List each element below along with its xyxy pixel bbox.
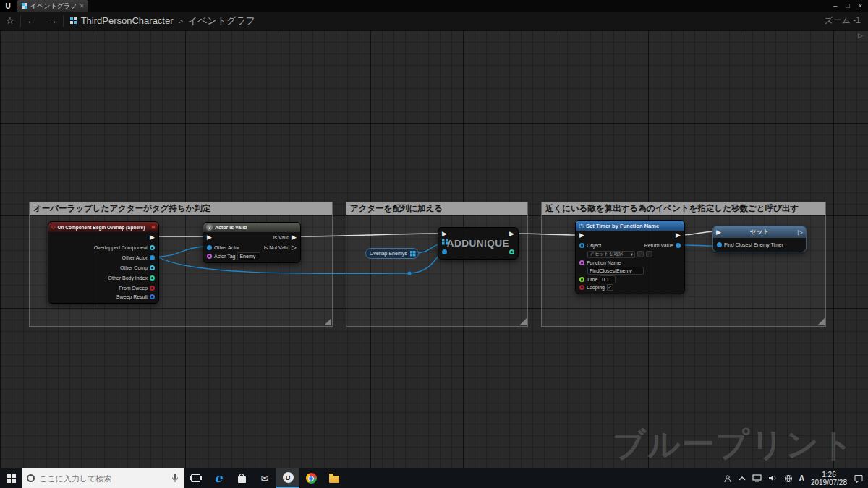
node-overlap-enemys-getter[interactable]: Overlap Enemys: [365, 248, 419, 259]
exec-in-pin[interactable]: ▶: [442, 231, 447, 237]
return-value-pin[interactable]: [676, 243, 681, 248]
target-array-pin[interactable]: [442, 239, 448, 245]
node-add-unique[interactable]: ADDUNIQUE ▶ ▶: [438, 227, 519, 260]
function-name-pin[interactable]: [579, 260, 584, 265]
exec-in-pin[interactable]: ▶: [207, 234, 212, 241]
pin-label: Object: [587, 243, 601, 248]
other-actor-pin[interactable]: [150, 255, 155, 260]
overlapped-component-pin[interactable]: [150, 245, 155, 250]
start-button[interactable]: [0, 468, 22, 488]
ime-indicator[interactable]: A: [799, 474, 804, 482]
other-body-index-pin[interactable]: [150, 275, 155, 281]
node-title: Actor Is Valid: [215, 225, 247, 230]
speaker-icon[interactable]: [768, 474, 778, 482]
pin-label: From Sweep: [119, 286, 148, 291]
people-icon[interactable]: [723, 474, 732, 483]
looping-pin[interactable]: [579, 285, 584, 290]
network-globe-icon[interactable]: [784, 474, 793, 483]
looping-checkbox[interactable]: ✓: [607, 284, 613, 291]
time-pin[interactable]: [579, 277, 584, 282]
pin-label: Overlapped Component: [94, 245, 148, 250]
microphone-icon[interactable]: [171, 474, 179, 483]
taskbar-store[interactable]: [230, 468, 253, 488]
chevron-up-icon[interactable]: [739, 476, 746, 481]
graph-toolbar: ☆ ← → ThirdPersonCharacter > イベントグラフ ズーム…: [0, 12, 868, 30]
folder-icon: [329, 476, 339, 483]
comment-title[interactable]: オーバーラップしたアクターがタグ持ちか判定: [30, 202, 332, 215]
node-on-component-begin-overlap[interactable]: ◇ On Component Begin Overlap (Sphere) ▶ …: [48, 221, 159, 304]
actor-tag-pin[interactable]: [207, 254, 212, 259]
new-item-pin[interactable]: [442, 249, 447, 254]
panel-expand-arrow[interactable]: ▷: [858, 32, 863, 39]
taskbar-unreal[interactable]: U: [276, 468, 299, 488]
exec-out-pin[interactable]: ▷: [798, 229, 803, 236]
taskbar-clock[interactable]: 1:26 2019/07/28: [811, 471, 847, 487]
node-set-timer-variable[interactable]: ▶ セット ▷ Find Closest Enemy Timer: [712, 226, 807, 252]
comment-box-add-to-array[interactable]: アクターを配列に加える: [346, 202, 528, 327]
actor-tag-field[interactable]: [237, 252, 260, 260]
minimize-button[interactable]: –: [833, 0, 837, 12]
pin-label: Other Body Index: [109, 275, 148, 281]
forward-button[interactable]: →: [42, 15, 63, 26]
comment-title[interactable]: 近くにいる敵を算出する為のイベントを指定した秒数ごと呼び出す: [542, 202, 825, 215]
use-selected-asset-button[interactable]: [637, 251, 644, 257]
windows-logo-icon: [7, 474, 16, 483]
pin-label: Is Valid: [273, 235, 289, 240]
close-button[interactable]: ×: [859, 0, 862, 12]
pin-label: Other Actor: [122, 255, 148, 260]
exec-out-pin[interactable]: ▶: [150, 234, 155, 241]
graph-tab-icon: [22, 3, 27, 9]
breadcrumb-current[interactable]: イベントグラフ: [188, 14, 255, 27]
node-set-timer-by-function-name[interactable]: ◷ Set Timer by Function Name ▶ ▶ Object …: [575, 220, 685, 294]
comment-resize-handle[interactable]: [324, 318, 331, 325]
search-input[interactable]: [39, 474, 167, 483]
tab-event-graph[interactable]: イベントグラフ ×: [17, 0, 88, 12]
maximize-button[interactable]: □: [846, 0, 849, 12]
task-view-button[interactable]: [184, 468, 207, 488]
comment-resize-handle[interactable]: [817, 318, 825, 325]
sweep-result-pin[interactable]: [150, 294, 155, 299]
is-not-valid-exec-pin[interactable]: ▷: [292, 244, 297, 251]
asset-picker-dropdown[interactable]: アセットを選択 ▾: [587, 251, 635, 258]
object-pin[interactable]: [579, 243, 584, 248]
exec-in-pin[interactable]: ▶: [579, 232, 584, 239]
taskbar-search-box[interactable]: [22, 468, 184, 488]
browse-asset-button[interactable]: [646, 251, 652, 257]
exec-in-pin[interactable]: ▶: [716, 229, 721, 236]
comment-resize-handle[interactable]: [519, 318, 527, 325]
other-actor-input-pin[interactable]: [207, 245, 212, 250]
node-title: Set Timer by Function Name: [586, 223, 659, 229]
chrome-icon: [306, 473, 317, 484]
taskbar-mail[interactable]: ✉: [253, 468, 276, 488]
other-comp-pin[interactable]: [150, 265, 155, 270]
action-center-icon[interactable]: [854, 474, 864, 483]
is-valid-exec-pin[interactable]: ▶: [292, 234, 297, 241]
tab-close-icon[interactable]: ×: [80, 2, 83, 9]
timer-handle-pin[interactable]: [717, 242, 722, 247]
breadcrumb-root[interactable]: ThirdPersonCharacter: [81, 15, 174, 26]
exec-out-pin[interactable]: ▶: [509, 231, 514, 237]
windows-taskbar: e ✉ U A 1:26 2019/07/28: [0, 468, 868, 488]
event-diamond-icon: ◇: [51, 224, 55, 230]
display-icon[interactable]: [752, 474, 762, 482]
pin-label: Actor Tag: [214, 254, 235, 259]
exec-out-pin[interactable]: ▶: [676, 232, 681, 239]
pin-label: Find Closest Enemy Timer: [724, 242, 783, 247]
pin-label: Other Comp: [120, 265, 148, 270]
node-actor-is-valid[interactable]: ? Actor Is Valid ▶ Is Valid▶ Other Actor…: [203, 222, 301, 263]
bookmark-star-icon[interactable]: ☆: [0, 15, 20, 26]
pin-label: Other Actor: [214, 245, 239, 250]
taskbar-edge[interactable]: e: [207, 468, 230, 488]
return-index-pin[interactable]: [509, 249, 514, 254]
from-sweep-pin[interactable]: [150, 286, 155, 291]
system-tray: A 1:26 2019/07/28: [723, 471, 868, 487]
taskbar-file-explorer[interactable]: [323, 468, 346, 488]
taskbar-chrome[interactable]: [299, 468, 323, 488]
function-name-field[interactable]: [587, 267, 644, 275]
array-output-pin[interactable]: [410, 251, 416, 257]
back-button[interactable]: ←: [21, 15, 42, 26]
tab-label: イベントグラフ: [30, 1, 77, 11]
time-field[interactable]: [600, 275, 616, 283]
comment-title[interactable]: アクターを配列に加える: [346, 202, 527, 215]
pin-label: Is Not Valid: [264, 245, 289, 250]
